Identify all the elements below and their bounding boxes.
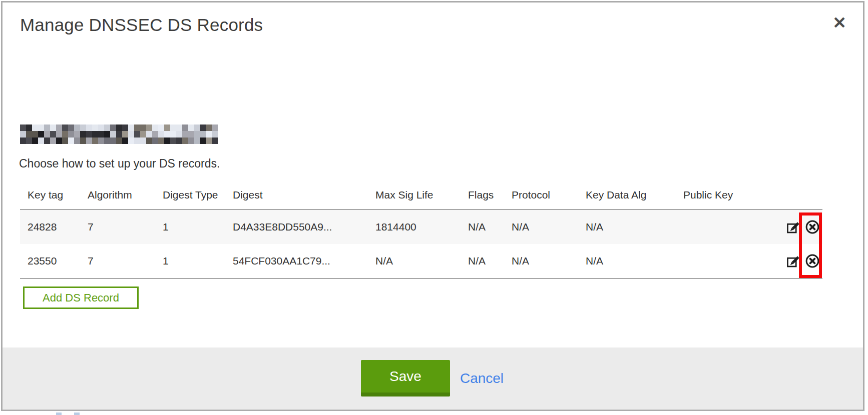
column-header-public-key: Public Key [683, 186, 758, 210]
background-artifact [74, 412, 80, 415]
table-header: Key tagAlgorithmDigest TypeDigestMax Sig… [20, 186, 822, 210]
setup-instruction-text: Choose how to set up your DS records. [19, 157, 220, 170]
redacted-domain-name [20, 124, 218, 144]
table-cell: 23550 [20, 244, 88, 278]
add-ds-record-button[interactable]: Add DS Record [23, 286, 139, 309]
table-cell: 24828 [20, 210, 88, 244]
column-header-flags: Flags [468, 186, 512, 210]
table-cell: N/A [468, 210, 512, 244]
table-cell: 1814400 [375, 210, 468, 244]
table-cell: 1 [163, 244, 233, 278]
table-cell: N/A [512, 244, 586, 278]
table-cell: N/A [586, 244, 683, 278]
cancel-link[interactable]: Cancel [459, 370, 505, 386]
column-header-algorithm: Algorithm [88, 186, 163, 210]
table-cell: N/A [586, 210, 683, 244]
edit-record-icon[interactable] [786, 220, 801, 234]
row-actions [758, 210, 822, 244]
background-artifact [56, 412, 62, 415]
table-cell: 7 [88, 244, 163, 278]
ds-records-table: Key tagAlgorithmDigest TypeDigestMax Sig… [20, 186, 822, 279]
table-cell: D4A33E8DD550A9... [233, 210, 375, 244]
edit-record-icon[interactable] [786, 254, 801, 268]
delete-record-icon[interactable] [805, 254, 820, 268]
column-header-protocol: Protocol [512, 186, 586, 210]
close-icon[interactable]: ✕ [828, 12, 850, 34]
table-cell: N/A [512, 210, 586, 244]
table-row: 2482871D4A33E8DD550A9...1814400N/AN/AN/A [20, 210, 822, 244]
column-header-actions [758, 186, 822, 210]
table-cell: 1 [163, 210, 233, 244]
table-cell: 7 [88, 210, 163, 244]
table-cell: N/A [375, 244, 468, 278]
page-title: Manage DNSSEC DS Records [20, 15, 263, 35]
dialog-footer: Save Cancel [3, 348, 863, 409]
row-actions [758, 244, 822, 278]
column-header-max-sig-life: Max Sig Life [375, 186, 468, 210]
column-header-digest: Digest [233, 186, 375, 210]
table-cell [683, 210, 758, 244]
table-cell [683, 244, 758, 278]
column-header-key-data-alg: Key Data Alg [586, 186, 683, 210]
table-cell: N/A [468, 244, 512, 278]
column-header-key-tag: Key tag [20, 186, 88, 210]
column-header-digest-type: Digest Type [163, 186, 233, 210]
delete-record-icon[interactable] [805, 220, 820, 234]
table-row: 235507154FCF030AA1C79...N/AN/AN/AN/A [20, 244, 822, 278]
save-button[interactable]: Save [361, 360, 450, 396]
table-cell: 54FCF030AA1C79... [233, 244, 375, 278]
